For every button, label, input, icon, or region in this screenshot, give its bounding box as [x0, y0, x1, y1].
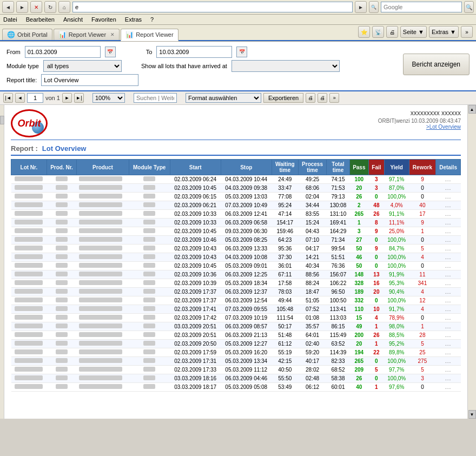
report-title-input[interactable]	[41, 74, 138, 86]
cell-details[interactable]: ...	[436, 331, 461, 340]
cell-module	[129, 210, 170, 219]
cell-details[interactable]: ...	[436, 322, 461, 331]
cell-details[interactable]: ...	[436, 383, 461, 392]
stop-button[interactable]: ✕	[30, 1, 42, 13]
cell-yield: 91,1%	[384, 210, 409, 219]
toolbar-page-btn[interactable]: Seite ▼	[400, 26, 427, 38]
cell-details[interactable]: ...	[436, 357, 461, 366]
cell-details[interactable]: ...	[436, 175, 461, 184]
from-input[interactable]	[25, 46, 101, 58]
cell-wait: 40:50	[272, 366, 298, 374]
home-button[interactable]: ⌂	[58, 1, 70, 13]
cell-details[interactable]: ...	[436, 314, 461, 322]
menu-favoriten[interactable]: Favoriten	[90, 16, 117, 23]
lot-overview-link[interactable]: >Lot Overview	[426, 124, 461, 130]
cell-start: 03.03.2009 20:51	[170, 322, 221, 331]
toolbar-rss-btn[interactable]: 📡	[372, 26, 384, 38]
to-input[interactable]	[156, 46, 232, 58]
from-calendar-btn[interactable]: 📅	[105, 47, 116, 57]
cell-details[interactable]: ...	[436, 253, 461, 262]
menu-help[interactable]: ?	[149, 16, 155, 23]
menu-bearbeiten[interactable]: Bearbeiten	[25, 16, 56, 23]
cell-start: 02.03.2009 06:21	[170, 201, 221, 210]
first-page-btn[interactable]: |◄	[3, 93, 13, 103]
cell-product	[77, 201, 129, 210]
cell-details[interactable]: ...	[436, 201, 461, 210]
prev-page-btn[interactable]: ◄	[15, 93, 25, 103]
report-viewer-1-icon: 📊	[58, 31, 67, 38]
last-page-btn[interactable]: ►|	[74, 93, 84, 103]
cell-details[interactable]: ...	[436, 184, 461, 193]
tab-orbit-portal[interactable]: 🌐 Orbit Portal	[2, 29, 52, 40]
cell-details[interactable]: ...	[436, 236, 461, 244]
format-select[interactable]: Format auswählen PDF Excel Word	[186, 93, 261, 103]
show-report-button[interactable]: Bericht anzeigen	[403, 54, 470, 75]
report-viewer-2-icon: 📊	[125, 31, 134, 38]
toolbar-extras-btn[interactable]: Extras ▼	[429, 26, 459, 38]
print-preview-btn[interactable]: 🖨	[306, 93, 315, 103]
cell-details[interactable]: ...	[436, 296, 461, 305]
go-button[interactable]: ►	[355, 1, 367, 13]
search-input[interactable]	[381, 2, 462, 12]
module-type-select[interactable]: all types	[43, 60, 122, 72]
cell-details[interactable]: ...	[436, 193, 461, 201]
back-button[interactable]: ◄	[2, 1, 14, 13]
toolbar-fav-btn[interactable]: ⭐	[358, 26, 370, 38]
cell-prod	[47, 270, 77, 279]
cell-start: 02.03.2009 10:43	[170, 253, 221, 262]
cell-details[interactable]: ...	[436, 244, 461, 253]
cell-lot	[11, 244, 47, 253]
menu-extras[interactable]: Extras	[124, 16, 143, 23]
cell-stop: 06.03.2009 12:25	[221, 270, 272, 279]
page-input[interactable]	[27, 93, 43, 103]
collapse-btn[interactable]: »	[329, 93, 339, 103]
toolbar-expand-btn[interactable]: »	[461, 26, 473, 38]
cell-pass: 110	[349, 305, 368, 314]
table-row: 02.03.2009 10:36 06.03.2009 12:25 67:11 …	[11, 270, 461, 279]
cell-prod	[47, 210, 77, 219]
cell-total: 99:54	[327, 244, 349, 253]
cell-details[interactable]: ...	[436, 210, 461, 219]
show-label: Show all lots that have arrived at	[141, 63, 227, 69]
cell-yield: 89,8%	[384, 348, 409, 357]
cell-details[interactable]: ...	[436, 270, 461, 279]
zoom-select[interactable]: 100% 75% 50% 125% 150%	[92, 93, 125, 103]
cell-details[interactable]: ...	[436, 288, 461, 296]
to-calendar-btn[interactable]: 📅	[236, 47, 247, 57]
menu-ansicht[interactable]: Ansicht	[62, 16, 84, 23]
arrived-at-select[interactable]	[232, 60, 340, 72]
cell-details[interactable]: ...	[436, 227, 461, 236]
next-page-btn[interactable]: ►	[62, 93, 72, 103]
cell-prod	[47, 244, 77, 253]
cell-details[interactable]: ...	[436, 374, 461, 383]
table-row: 02.03.2009 10:45 09.03.2009 06:30 159:46…	[11, 227, 461, 236]
cell-total: 82:33	[327, 357, 349, 366]
cell-details[interactable]: ...	[436, 219, 461, 227]
toolbar-print-btn[interactable]: 🖨	[386, 26, 398, 38]
cell-details[interactable]: ...	[436, 305, 461, 314]
forward-button[interactable]: ►	[16, 1, 28, 13]
tab-report-viewer-1[interactable]: 📊 Report Viewer ✕	[54, 29, 120, 40]
search-input[interactable]	[134, 93, 177, 103]
print-btn[interactable]: 🖨	[318, 93, 327, 103]
export-button[interactable]: Exportieren	[263, 93, 303, 103]
cell-details[interactable]: ...	[436, 262, 461, 270]
tab-report-viewer-2[interactable]: 📊 Report Viewer	[121, 29, 178, 41]
viewer-toolbar: |◄ ◄ von 1 ► ►| 100% 75% 50% 125% 150% F…	[0, 91, 476, 105]
menu-datei[interactable]: Datei	[2, 16, 18, 23]
cell-process: 14:21	[298, 253, 327, 262]
search-button[interactable]: 🔍	[464, 1, 474, 13]
cell-details[interactable]: ...	[436, 340, 461, 348]
cell-yield: 100,0%	[384, 374, 409, 383]
table-row: 02.03.2009 17:33 05.03.2009 11:12 40:50 …	[11, 366, 461, 374]
cell-details[interactable]: ...	[436, 348, 461, 357]
table-row: 02.03.2009 06:15 05.03.2009 13:03 77:08 …	[11, 193, 461, 201]
tab-close-1[interactable]: ✕	[110, 32, 115, 37]
address-bar[interactable]	[72, 2, 353, 12]
report-header-right: xxxxxxxxx xxxxxx ORBIT|wenzi 10.03.2009 …	[378, 109, 461, 130]
cell-pass: 40	[349, 383, 368, 392]
cell-details[interactable]: ...	[436, 366, 461, 374]
refresh-button[interactable]: ↻	[44, 1, 56, 13]
cell-product	[77, 383, 129, 392]
cell-details[interactable]: ...	[436, 279, 461, 288]
